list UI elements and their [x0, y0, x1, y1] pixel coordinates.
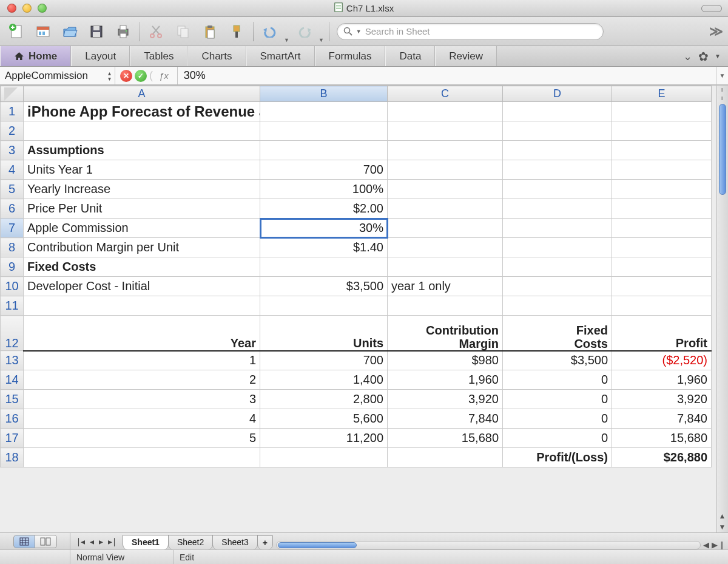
- row-header[interactable]: 17: [1, 429, 24, 448]
- cell[interactable]: FixedCosts: [503, 316, 612, 351]
- sheet-tab[interactable]: Sheet2: [168, 535, 213, 549]
- row-header[interactable]: 15: [1, 390, 24, 409]
- cell[interactable]: 7,840: [612, 409, 712, 429]
- copy-button[interactable]: [172, 21, 195, 42]
- formula-input[interactable]: 30%: [178, 67, 716, 84]
- col-header-D[interactable]: D: [503, 86, 612, 102]
- search-dropdown-icon[interactable]: ▼: [356, 29, 362, 35]
- cell[interactable]: $2.00: [260, 199, 388, 219]
- scroll-right-arrow[interactable]: ▶: [712, 540, 718, 549]
- row-header[interactable]: 14: [1, 370, 24, 390]
- tab-tables[interactable]: Tables: [130, 46, 187, 66]
- undo-button[interactable]: [258, 21, 281, 42]
- open-button[interactable]: [58, 21, 81, 42]
- row-header[interactable]: 9: [1, 257, 24, 277]
- cell[interactable]: 0: [503, 409, 612, 429]
- horizontal-scrollbar-thumb[interactable]: [278, 542, 357, 548]
- save-button[interactable]: [85, 21, 108, 42]
- cell[interactable]: 100%: [260, 180, 388, 199]
- tab-layout[interactable]: Layout: [71, 46, 130, 66]
- cell[interactable]: 2,800: [260, 390, 388, 409]
- cell[interactable]: Contribution Margin per Unit: [24, 238, 260, 257]
- column-headers[interactable]: A B C D E: [1, 86, 712, 102]
- name-box-stepper[interactable]: ▴▾: [108, 70, 111, 81]
- cell[interactable]: 0: [503, 370, 612, 390]
- tab-data[interactable]: Data: [385, 46, 435, 66]
- cell[interactable]: Units Year 1: [24, 160, 260, 180]
- cell[interactable]: 5: [24, 429, 260, 448]
- tab-smartart[interactable]: SmartArt: [246, 46, 315, 66]
- close-window-button[interactable]: [7, 4, 16, 13]
- scroll-down-arrow[interactable]: ▼: [719, 522, 726, 532]
- cell[interactable]: year 1 only: [388, 277, 503, 296]
- formula-bar-expand[interactable]: ▼: [716, 67, 728, 84]
- toolbar-overflow-button[interactable]: ≫: [709, 24, 723, 39]
- cell[interactable]: Year: [24, 316, 260, 351]
- minimize-window-button[interactable]: [22, 4, 32, 13]
- normal-view-button[interactable]: [13, 535, 35, 548]
- col-header-A[interactable]: A: [24, 86, 260, 102]
- cell[interactable]: $3,500: [260, 277, 388, 296]
- cell[interactable]: 1,960: [612, 370, 712, 390]
- tab-formulas[interactable]: Formulas: [315, 46, 386, 66]
- cut-button[interactable]: [145, 21, 168, 42]
- cell[interactable]: iPhone App Forecast of Revenue and Costs: [24, 102, 260, 121]
- row-header[interactable]: 5: [1, 180, 24, 199]
- cell[interactable]: $980: [388, 351, 503, 370]
- sheet-tab[interactable]: Sheet3: [212, 535, 257, 549]
- settings-gear-icon[interactable]: ✿: [698, 49, 709, 64]
- ribbon-collapse-button[interactable]: ⌄: [683, 50, 692, 63]
- split-handle[interactable]: ∥: [720, 540, 724, 549]
- cell[interactable]: ($2,520): [612, 351, 712, 370]
- cell[interactable]: 4: [24, 409, 260, 429]
- paste-button[interactable]: [198, 21, 221, 42]
- search-box[interactable]: ▼: [337, 23, 604, 40]
- format-painter-button[interactable]: [225, 21, 248, 42]
- cell[interactable]: Assumptions: [24, 141, 260, 160]
- cell[interactable]: 0: [503, 429, 612, 448]
- add-sheet-button[interactable]: +: [257, 535, 273, 549]
- zoom-window-button[interactable]: [38, 4, 47, 13]
- cell[interactable]: Profit/(Loss): [503, 448, 612, 467]
- cancel-edit-button[interactable]: ✕: [120, 70, 132, 82]
- cell[interactable]: 15,680: [388, 429, 503, 448]
- spreadsheet-grid[interactable]: A B C D E 1 iPhone App Forecast of Reven…: [0, 86, 716, 532]
- cell[interactable]: $1.40: [260, 238, 388, 257]
- cell[interactable]: 3,920: [612, 390, 712, 409]
- new-document-button[interactable]: [5, 21, 28, 42]
- cell[interactable]: 0: [503, 390, 612, 409]
- row-header[interactable]: 2: [1, 121, 24, 141]
- tab-review[interactable]: Review: [435, 46, 497, 66]
- col-header-E[interactable]: E: [612, 86, 712, 102]
- cell[interactable]: Yearly Increase: [24, 180, 260, 199]
- cell[interactable]: 11,200: [260, 429, 388, 448]
- cell[interactable]: ContributionMargin: [388, 316, 503, 351]
- scroll-left-arrow[interactable]: ◀: [703, 540, 709, 549]
- cell[interactable]: Fixed Costs: [24, 257, 260, 277]
- row-header[interactable]: 4: [1, 160, 24, 180]
- cell[interactable]: Profit: [612, 316, 712, 351]
- vertical-scrollbar-thumb[interactable]: [719, 104, 726, 195]
- row-header[interactable]: 12: [1, 316, 24, 351]
- col-header-C[interactable]: C: [388, 86, 503, 102]
- cell[interactable]: 2: [24, 370, 260, 390]
- insert-function-button[interactable]: ƒx: [155, 70, 172, 81]
- template-button[interactable]: [32, 21, 55, 42]
- row-header[interactable]: 8: [1, 238, 24, 257]
- cell[interactable]: 3,920: [388, 390, 503, 409]
- row-header[interactable]: 18: [1, 448, 24, 467]
- row-header[interactable]: 6: [1, 199, 24, 219]
- row-header[interactable]: 13: [1, 351, 24, 370]
- cell[interactable]: 1,960: [388, 370, 503, 390]
- row-header[interactable]: 7: [1, 219, 24, 238]
- cell[interactable]: 3: [24, 390, 260, 409]
- print-button[interactable]: [112, 21, 135, 42]
- row-header[interactable]: 3: [1, 141, 24, 160]
- row-header[interactable]: 11: [1, 296, 24, 316]
- col-header-B[interactable]: B: [260, 86, 388, 102]
- tab-home[interactable]: Home: [0, 46, 71, 66]
- cell[interactable]: 700: [260, 160, 388, 180]
- cell[interactable]: 15,680: [612, 429, 712, 448]
- cell[interactable]: 1,400: [260, 370, 388, 390]
- cell[interactable]: 5,600: [260, 409, 388, 429]
